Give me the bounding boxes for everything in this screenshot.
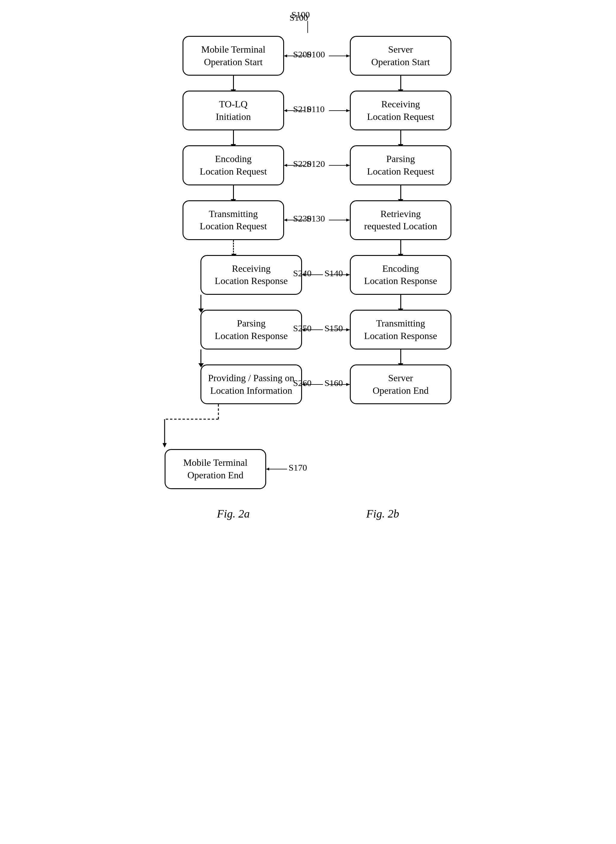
arrow-s130-s140: [233, 240, 234, 255]
svg-text:S200: S200: [293, 49, 312, 59]
box-s240: EncodingLocation Response: [350, 255, 452, 295]
box-s140: ReceivingLocation Response: [201, 255, 302, 295]
arrow-s140-s150: [201, 295, 201, 310]
s210-label-svg: S210: [293, 103, 353, 118]
svg-marker-24: [163, 443, 167, 448]
step-s130: S130 TransmittingLocation Request: [183, 200, 284, 240]
diagram-left: S100 S100 S100 Mobile TerminalOperation …: [164, 24, 302, 489]
fig-labels-row: Fig. 2a Fig. 2b: [183, 507, 433, 520]
svg-text:S250: S250: [293, 323, 312, 333]
s170-label-svg: S170: [263, 462, 323, 476]
step-label-s100-display: S100: [291, 10, 310, 20]
svg-text:S240: S240: [293, 268, 312, 278]
step-s170: S170 Mobile TerminalOperation End: [164, 449, 266, 489]
arrow-s250-s260: [400, 350, 401, 365]
svg-marker-36: [346, 164, 350, 167]
fig-label-2b: Fig. 2b: [332, 507, 433, 520]
fig-label-2a: Fig. 2a: [183, 507, 284, 520]
s250-label-svg: S250: [293, 322, 353, 337]
box-s260: ServerOperation End: [350, 365, 452, 404]
svg-marker-10: [284, 219, 287, 222]
svg-marker-7: [284, 164, 287, 167]
arrow-s230-s240: [400, 240, 401, 255]
svg-marker-33: [346, 109, 350, 112]
arrow-s150-s160: [201, 350, 201, 365]
step-s260: S260 ServerOperation End: [350, 365, 452, 404]
step-s230: S230 Retrievingrequested Location: [350, 200, 452, 240]
arrow-s200-s210: [400, 76, 401, 91]
box-s170: Mobile TerminalOperation End: [164, 449, 266, 489]
diagram-right: S200 ServerOperation Start S210 Receivin…: [350, 24, 452, 404]
diagrams-row: S100 S100 S100 Mobile TerminalOperation …: [164, 24, 452, 489]
box-s210: ReceivingLocation Request: [350, 91, 452, 130]
step-s250: S250 TransmittingLocation Response: [350, 310, 452, 350]
step-s220: S220 ParsingLocation Request: [350, 145, 452, 185]
svg-marker-30: [346, 54, 350, 57]
svg-text:S170: S170: [289, 463, 307, 472]
arrow-s100-s110: [233, 76, 234, 91]
arrow-s220-s230: [400, 185, 401, 200]
s230-label-svg: S230: [293, 213, 353, 228]
svg-marker-48: [346, 383, 350, 386]
step-s120: S120 EncodingLocation Request: [183, 145, 284, 185]
box-s160: Providing / Passing onLocation Informati…: [201, 365, 302, 404]
svg-marker-39: [346, 219, 350, 222]
svg-text:S210: S210: [293, 104, 312, 114]
box-s110: TO-LQInitiation: [183, 91, 284, 130]
page: S100 S100 S100 Mobile TerminalOperation …: [0, 0, 616, 844]
step-s100: S100 Mobile TerminalOperation Start: [183, 36, 284, 76]
svg-marker-4: [284, 109, 287, 112]
svg-text:S220: S220: [293, 159, 312, 169]
box-s230: Retrievingrequested Location: [350, 200, 452, 240]
box-s100: Mobile TerminalOperation Start: [183, 36, 284, 76]
svg-marker-45: [346, 328, 350, 331]
box-s130: TransmittingLocation Request: [183, 200, 284, 240]
step-s200: S200 ServerOperation Start: [350, 36, 452, 76]
s200-label-svg: S200: [293, 49, 353, 63]
box-s220: ParsingLocation Request: [350, 145, 452, 185]
box-s200: ServerOperation Start: [350, 36, 452, 76]
box-s250: TransmittingLocation Response: [350, 310, 452, 350]
step-s140: S140 ReceivingLocation Response: [201, 255, 302, 295]
arrow-s110-s120: [233, 130, 234, 145]
step-s240: S240 EncodingLocation Response: [350, 255, 452, 295]
step-s210: S210 ReceivingLocation Request: [350, 91, 452, 130]
svg-marker-26: [266, 468, 269, 471]
step-s150: S150 ParsingLocation Response: [201, 310, 302, 350]
s260-label-svg: S260: [293, 377, 353, 392]
svg-marker-1: [284, 54, 287, 57]
box-s150: ParsingLocation Response: [201, 310, 302, 350]
arrow-s240-s250: [400, 295, 401, 310]
svg-marker-42: [346, 273, 350, 276]
s240-label-svg: S240: [293, 267, 353, 282]
arrow-s210-s220: [400, 130, 401, 145]
step-s110: S110 TO-LQInitiation: [183, 91, 284, 130]
arrow-s120-s130: [233, 185, 234, 200]
s220-label-svg: S220: [293, 158, 353, 173]
svg-text:S260: S260: [293, 378, 312, 388]
svg-text:S230: S230: [293, 213, 312, 223]
box-s120: EncodingLocation Request: [183, 145, 284, 185]
step-s160: S160 Providing / Passing onLocation Info…: [201, 365, 302, 404]
